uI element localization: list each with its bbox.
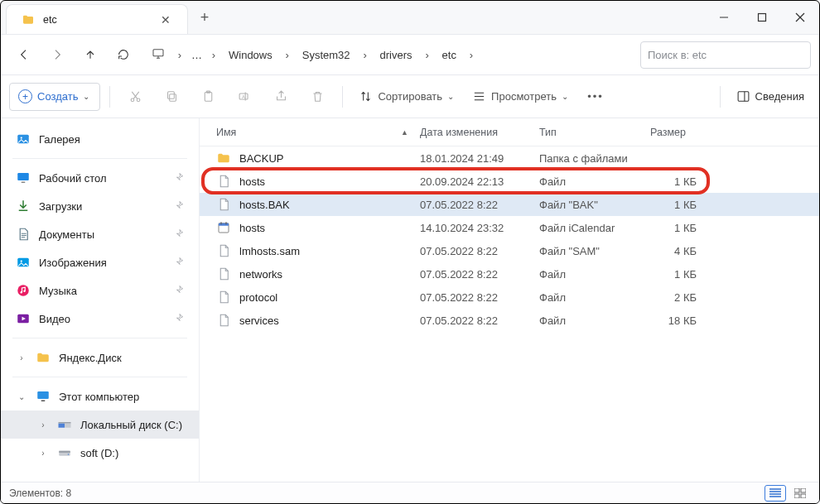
sidebar-item-label: soft (D:) (80, 447, 118, 459)
sidebar-item-pinned[interactable]: Рабочий стол (1, 164, 199, 192)
table-row[interactable]: BACKUP18.01.2024 21:49Папка с файлами (200, 146, 819, 170)
breadcrumb-item[interactable]: drivers (377, 47, 416, 63)
overflow-icon[interactable]: … (191, 49, 202, 61)
more-button[interactable]: ••• (580, 83, 611, 111)
cut-button[interactable] (119, 83, 151, 111)
back-button[interactable] (7, 40, 41, 70)
separator (720, 86, 721, 108)
sidebar-item-gallery[interactable]: Галерея (1, 125, 199, 153)
view-large-icons-button[interactable] (789, 485, 811, 502)
chevron-right-icon[interactable]: › (207, 46, 220, 63)
column-headers: Имя▲ Дата изменения Тип Размер (200, 118, 819, 146)
chevron-right-icon[interactable]: › (37, 449, 49, 458)
close-tab-icon[interactable]: ✕ (156, 13, 176, 26)
refresh-button[interactable] (107, 40, 140, 70)
file-date: 07.05.2022 8:22 (420, 291, 539, 304)
file-type: Файл "SAM" (539, 245, 639, 257)
minimize-button[interactable] (705, 1, 743, 34)
sidebar-item-drive[interactable]: ›soft (D:) (1, 439, 199, 467)
pin-icon[interactable] (174, 313, 184, 325)
pin-icon[interactable] (174, 172, 184, 185)
file-size: 4 КБ (639, 245, 721, 257)
drive-icon (57, 445, 72, 460)
chevron-down-icon: ⌄ (447, 92, 454, 101)
column-header-size[interactable]: Размер (639, 127, 721, 138)
pin-icon[interactable] (174, 285, 184, 297)
separator (12, 377, 187, 377)
maximize-button[interactable] (743, 1, 781, 34)
rename-button[interactable]: A (229, 83, 260, 111)
separator (12, 158, 187, 159)
chevron-right-icon[interactable]: › (421, 46, 434, 63)
separator (342, 86, 343, 108)
folder-icon (216, 151, 231, 166)
monitor-icon (152, 47, 165, 63)
sidebar-item-yandex[interactable]: › Яндекс.Диск (1, 343, 199, 372)
desktop-icon (16, 170, 31, 185)
search-input[interactable]: Поиск в: etc (640, 41, 811, 69)
svg-rect-30 (65, 424, 71, 428)
new-button[interactable]: + Создать ⌄ (9, 83, 100, 111)
file-date: 07.05.2022 8:22 (420, 199, 539, 211)
column-header-type[interactable]: Тип (539, 127, 639, 138)
sidebar-item-pinned[interactable]: Изображения (1, 248, 199, 276)
breadcrumb-item[interactable]: etc (439, 47, 460, 63)
navigation-bar: › … › Windows › System32 › drivers › etc… (1, 34, 819, 75)
breadcrumb[interactable]: › … › Windows › System32 › drivers › etc… (145, 41, 485, 69)
view-details-button[interactable] (765, 485, 786, 502)
breadcrumb-item[interactable]: Windows (225, 47, 276, 63)
paste-button[interactable] (192, 83, 224, 111)
up-button[interactable] (74, 40, 107, 70)
this-pc-icon (36, 389, 51, 404)
chevron-down-icon[interactable]: ⌄ (16, 392, 27, 401)
view-mode-button[interactable]: Просмотреть ⌄ (465, 83, 575, 111)
sidebar-item-this-pc[interactable]: ⌄ Этот компьютер (1, 382, 199, 410)
file-date: 07.05.2022 8:22 (420, 314, 539, 327)
close-window-button[interactable] (781, 1, 819, 34)
details-label: Сведения (755, 90, 804, 103)
sidebar-item-pinned[interactable]: Документы (1, 220, 199, 248)
chevron-right-icon[interactable]: › (173, 46, 186, 63)
svg-rect-36 (219, 223, 229, 226)
svg-point-34 (68, 454, 70, 455)
breadcrumb-item[interactable]: System32 (299, 47, 354, 63)
search-placeholder: Поиск в: etc (648, 49, 707, 61)
sidebar-item-drive[interactable]: ›Локальный диск (C:) (1, 410, 199, 439)
table-row[interactable]: hosts.BAK07.05.2022 8:22Файл "BAK"1 КБ (200, 193, 819, 216)
sidebar-item-pinned[interactable]: Музыка (1, 276, 199, 305)
chevron-right-icon[interactable]: › (37, 420, 49, 430)
pin-icon[interactable] (174, 257, 184, 269)
file-icon (216, 290, 231, 305)
svg-point-23 (17, 285, 29, 296)
status-bar: Элементов: 8 (1, 482, 819, 503)
navigation-pane[interactable]: Галерея Рабочий столЗагрузкиДокументыИзо… (1, 118, 200, 482)
details-pane-button[interactable]: Сведения (730, 83, 811, 111)
chevron-right-icon[interactable]: › (16, 353, 27, 362)
file-name: hosts (239, 222, 420, 234)
table-row[interactable]: hosts20.09.2024 22:13Файл1 КБ (200, 170, 819, 193)
forward-button[interactable] (41, 40, 74, 70)
column-header-name[interactable]: Имя▲ (216, 127, 420, 138)
copy-button[interactable] (156, 83, 187, 111)
table-row[interactable]: hosts14.10.2024 23:32Файл iCalendar1 КБ (200, 216, 819, 239)
table-row[interactable]: services07.05.2022 8:22Файл18 КБ (200, 309, 819, 332)
column-header-date[interactable]: Дата изменения (420, 127, 539, 138)
sidebar-item-pinned[interactable]: Загрузки (1, 192, 199, 220)
new-tab-button[interactable]: + (188, 1, 221, 34)
chevron-right-icon[interactable]: › (281, 46, 294, 63)
svg-rect-33 (59, 451, 70, 453)
pin-icon[interactable] (174, 200, 184, 213)
delete-button[interactable] (301, 83, 333, 111)
sidebar-item-pinned[interactable]: Видео (1, 305, 199, 333)
table-row[interactable]: lmhosts.sam07.05.2022 8:22Файл "SAM"4 КБ (200, 239, 819, 262)
file-size: 1 КБ (639, 175, 721, 188)
svg-rect-4 (153, 49, 163, 55)
pin-icon[interactable] (174, 228, 184, 241)
table-row[interactable]: networks07.05.2022 8:22Файл1 КБ (200, 262, 819, 286)
chevron-right-icon[interactable]: › (359, 46, 372, 63)
chevron-right-icon[interactable]: › (465, 46, 478, 63)
share-button[interactable] (265, 83, 297, 111)
window-tab[interactable]: etc ✕ (6, 4, 188, 34)
sort-button[interactable]: Сортировать ⌄ (352, 83, 461, 111)
table-row[interactable]: protocol07.05.2022 8:22Файл2 КБ (200, 286, 819, 309)
